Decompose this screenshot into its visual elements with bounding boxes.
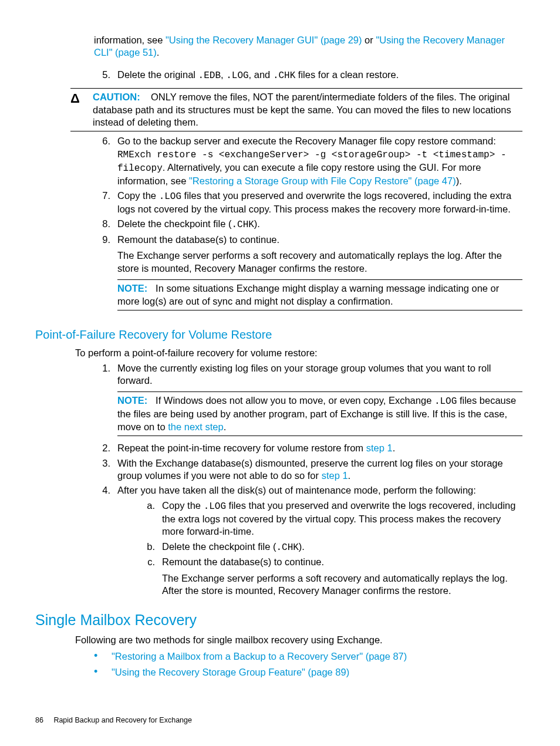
vstep-4: 4. After you have taken all the disk(s) … [94, 484, 522, 597]
link-gui[interactable]: "Using the Recovery Manager GUI" (page 2… [166, 35, 362, 45]
sec2-intro: To perform a point-of-failure recovery f… [75, 347, 522, 359]
vstep-4c: c. Remount the database(s) to continue. … [141, 556, 522, 597]
ext-chk: .CHK [273, 70, 295, 81]
page-number: 86 [35, 716, 43, 724]
vstep-4a: a. Copy the .LOG files that you preserve… [141, 499, 522, 538]
bullet-icon: • [94, 666, 112, 679]
ext-log: .LOG [226, 70, 248, 81]
link-step-1b[interactable]: step 1 [322, 470, 348, 481]
ext-edb: .EDB [198, 70, 221, 81]
step-8: 8. Delete the checkpoint file (.CHK). [94, 218, 522, 231]
heading-single-mailbox: Single Mailbox Recovery [35, 610, 522, 630]
page-footer: 86 Rapid Backup and Recovery for Exchang… [35, 715, 192, 725]
link-recovery-storage-group[interactable]: "Using the Recovery Storage Group Featur… [112, 667, 349, 677]
vstep-3: 3. With the Exchange database(s) dismoun… [94, 457, 522, 482]
note-2: NOTE: If Windows does not allow you to m… [117, 391, 522, 436]
link-next-step[interactable]: the next step [168, 421, 223, 432]
note-1: NOTE: In some situations Exchange might … [117, 279, 522, 310]
heading-pof-volume: Point-of-Failure Recovery for Volume Res… [35, 327, 522, 342]
bullet-2: • "Using the Recovery Storage Group Feat… [94, 666, 522, 679]
step-6: 6. Go to the backup server and execute t… [94, 135, 522, 187]
para-cont: information, see "Using the Recovery Man… [94, 34, 522, 59]
caution-block: Δ CAUTION: ONLY remove the files, NOT th… [70, 88, 522, 131]
step-5: 5. Delete the original .EDB, .LOG, and .… [94, 69, 522, 82]
caution-label: CAUTION: [93, 92, 140, 102]
step-7: 7. Copy the .LOG files that you preserve… [94, 190, 522, 215]
link-step-1a[interactable]: step 1 [366, 443, 393, 453]
link-filecopy[interactable]: "Restoring a Storage Group with File Cop… [189, 175, 456, 186]
vstep-4b: b. Delete the checkpoint file (.CHK). [141, 541, 522, 554]
sec3-intro: Following are two methods for single mai… [75, 634, 522, 646]
bullet-icon: • [94, 650, 112, 663]
step-9: 9. Remount the database(s) to continue. … [94, 234, 522, 314]
vstep-2: 2. Repeat the point-in-time recovery for… [94, 442, 522, 454]
vstep-1: 1. Move the currently existing log files… [94, 362, 522, 440]
caution-icon: Δ [70, 91, 93, 129]
footer-title: Rapid Backup and Recovery for Exchange [53, 716, 192, 724]
bullet-1: • "Restoring a Mailbox from a Backup to … [94, 650, 522, 663]
link-restore-mailbox[interactable]: "Restoring a Mailbox from a Backup to a … [112, 651, 407, 661]
